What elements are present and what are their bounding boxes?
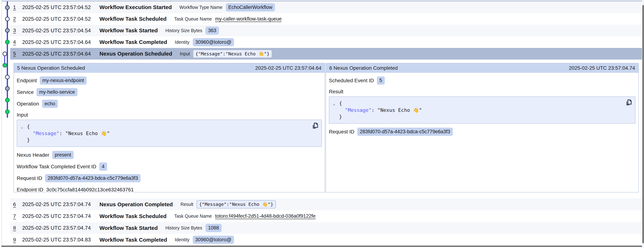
event-attr-badge: 363 bbox=[206, 26, 219, 35]
event-row-2[interactable]: 22025-02-25 UTC 23:57:04.52Workflow Task… bbox=[10, 13, 642, 25]
event-row-7[interactable]: 72025-02-25 UTC 23:57:04.74Workflow Task… bbox=[10, 210, 642, 222]
chevron-down-icon[interactable]: ⌄ bbox=[333, 100, 339, 107]
field-label: Input bbox=[17, 112, 28, 118]
event-timestamp: 2025-02-25 UTC 23:57:04.74 bbox=[22, 225, 100, 231]
event-id: 1 bbox=[13, 4, 22, 10]
timeline-event-dot-6[interactable] bbox=[2, 63, 7, 67]
json-line-close: } bbox=[21, 137, 317, 143]
timeline-event-dot-3[interactable] bbox=[5, 28, 10, 33]
event-attr-label: Input bbox=[180, 51, 190, 56]
json-line-entry: "Message": "Nexus Echo 👋" bbox=[21, 130, 317, 137]
event-rows-top: 12025-02-25 UTC 23:57:04.52Workflow Exec… bbox=[10, 1, 642, 59]
copy-button[interactable] bbox=[626, 99, 632, 107]
event-attr-link[interactable]: totoro:f494fecf-2d51-4d48-bdcd-036a0f912… bbox=[215, 213, 316, 219]
event-id: 3 bbox=[13, 27, 22, 33]
event-row-6[interactable]: 62025-02-25 UTC 23:57:04.74Nexus Operati… bbox=[10, 199, 642, 210]
panel-timestamp: 2025-02-25 UTC 23:57:04.74 bbox=[569, 65, 635, 71]
timeline-event-dot-2[interactable] bbox=[5, 17, 10, 21]
copy-icon bbox=[312, 123, 318, 129]
json-key: "Message" bbox=[33, 131, 59, 136]
field-label: Scheduled Event ID bbox=[329, 78, 374, 83]
event-attr-badge: 30960@totoro@ bbox=[193, 236, 234, 244]
event-attr-label: Workflow Type Name bbox=[180, 5, 222, 10]
copy-button[interactable] bbox=[312, 123, 318, 130]
field-value-badge: my-nexus-endpoint bbox=[40, 76, 87, 85]
json-open-brace: { bbox=[27, 124, 30, 129]
event-id-link[interactable]: 5 bbox=[13, 51, 16, 56]
field-scheduled-event-id: Scheduled Event ID5 bbox=[329, 76, 636, 85]
field-label: Nexus Header bbox=[17, 152, 49, 158]
event-row-4[interactable]: 42025-02-25 UTC 23:57:04.64Workflow Task… bbox=[10, 36, 642, 48]
json-key: "Message" bbox=[345, 107, 372, 113]
event-name: Workflow Task Completed bbox=[100, 39, 167, 45]
json-close-brace: } bbox=[27, 137, 30, 143]
field-label: Request ID bbox=[17, 175, 42, 181]
json-separator: : bbox=[59, 131, 65, 136]
field-value-badge: echo bbox=[42, 100, 58, 108]
event-row-5[interactable]: 52025-02-25 UTC 23:57:04.64Nexus Operati… bbox=[10, 48, 642, 59]
panel-title: 5 Nexus Operation Scheduled bbox=[17, 65, 85, 71]
panel-timestamp: 2025-02-25 UTC 23:57:04.64 bbox=[255, 65, 322, 71]
event-row-3[interactable]: 32025-02-25 UTC 23:57:04.54Workflow Task… bbox=[10, 25, 642, 36]
timeline-event-dot-9[interactable] bbox=[5, 98, 10, 102]
event-timestamp: 2025-02-25 UTC 23:57:04.74 bbox=[22, 213, 100, 219]
json-code-block: ⌄{"Message": "Nexus Echo 👋"} bbox=[329, 96, 636, 124]
event-attr-label: Result bbox=[180, 202, 193, 207]
bottom-divider bbox=[2, 246, 642, 247]
event-id: 8 bbox=[13, 225, 22, 231]
event-id: 4 bbox=[13, 39, 22, 45]
field-value-link[interactable]: 3c0c75ccfa8144b092c13ce632463761 bbox=[46, 187, 134, 193]
field-workflow-task-completed-event-id: Workflow Task Completed Event ID4 bbox=[17, 163, 322, 171]
event-id-link[interactable]: 4 bbox=[13, 39, 16, 45]
field-label: Service bbox=[17, 89, 34, 95]
chevron-down-icon[interactable]: ⌄ bbox=[21, 124, 27, 130]
detail-panel-right: 6 Nexus Operation Completed2025-02-25 UT… bbox=[326, 63, 639, 193]
event-name: Workflow Task Scheduled bbox=[100, 213, 166, 219]
field-value-badge: 5 bbox=[377, 76, 385, 85]
event-id-link[interactable]: 7 bbox=[13, 213, 16, 219]
event-timestamp: 2025-02-25 UTC 23:57:04.74 bbox=[22, 201, 100, 207]
event-name: Workflow Task Scheduled bbox=[100, 16, 166, 22]
json-open-brace: { bbox=[339, 100, 342, 106]
event-attr-badge: 30960@totoro@ bbox=[193, 38, 234, 46]
json-close-brace: } bbox=[339, 114, 342, 119]
field-nexus-header: Nexus Headerpresent bbox=[17, 151, 322, 159]
timeline-event-dot-8[interactable] bbox=[5, 86, 10, 91]
field-value-badge: 4 bbox=[99, 163, 107, 171]
event-id-link[interactable]: 1 bbox=[13, 4, 16, 10]
event-detail-panels: 5 Nexus Operation Scheduled2025-02-25 UT… bbox=[14, 63, 639, 193]
scrollbar-thumb[interactable] bbox=[642, 5, 644, 243]
timeline-event-dot-4[interactable] bbox=[5, 40, 10, 44]
event-row-8[interactable]: 82025-02-25 UTC 23:57:04.74Workflow Task… bbox=[10, 222, 642, 234]
event-attr-label: Identity bbox=[175, 39, 190, 45]
event-id: 9 bbox=[13, 237, 22, 243]
json-separator: : bbox=[372, 107, 378, 113]
event-id-link[interactable]: 6 bbox=[13, 202, 16, 207]
timeline-event-dot-10[interactable] bbox=[5, 109, 10, 114]
event-id-link[interactable]: 9 bbox=[13, 237, 16, 243]
detail-panel-left: 5 Nexus Operation Scheduled2025-02-25 UT… bbox=[14, 63, 325, 193]
event-attr-link[interactable]: my-caller-workflow-task-queue bbox=[215, 16, 282, 22]
event-id-link[interactable]: 8 bbox=[13, 225, 16, 231]
event-id-link[interactable]: 2 bbox=[13, 16, 16, 22]
event-timestamp: 2025-02-25 UTC 23:57:04.52 bbox=[22, 4, 100, 10]
event-id: 5 bbox=[13, 51, 22, 57]
json-line-close: } bbox=[333, 113, 631, 120]
field-request-id: Request ID283fd070-d57a-4423-bdca-c5c779… bbox=[329, 128, 636, 136]
timeline-event-dot-7[interactable] bbox=[5, 75, 10, 79]
timeline-event-dot-1[interactable] bbox=[5, 5, 10, 10]
timeline-event-dot-5[interactable] bbox=[2, 51, 7, 56]
event-row-1[interactable]: 12025-02-25 UTC 23:57:04.52Workflow Exec… bbox=[10, 1, 642, 13]
field-label: Result bbox=[329, 89, 343, 95]
panel-title: 6 Nexus Operation Completed bbox=[329, 65, 398, 71]
event-id-link[interactable]: 3 bbox=[13, 27, 16, 33]
event-attr-code-badge: {"Message":"Nexus Echo 👋"} bbox=[196, 200, 276, 209]
event-name: Workflow Execution Started bbox=[100, 4, 172, 10]
json-line-open: ⌄{ bbox=[21, 123, 317, 130]
field-value-badge: 283fd070-d57a-4423-bdca-c5c779e6a3f3 bbox=[357, 128, 453, 136]
event-name: Workflow Task Completed bbox=[100, 237, 167, 243]
event-attr-label: Task Queue Name bbox=[174, 16, 212, 22]
event-attr-badge: 1088 bbox=[206, 224, 222, 232]
event-row-9[interactable]: 92025-02-25 UTC 23:57:04.83Workflow Task… bbox=[10, 234, 642, 246]
field-request-id: Request ID283fd070-d57a-4423-bdca-c5c779… bbox=[17, 174, 322, 182]
